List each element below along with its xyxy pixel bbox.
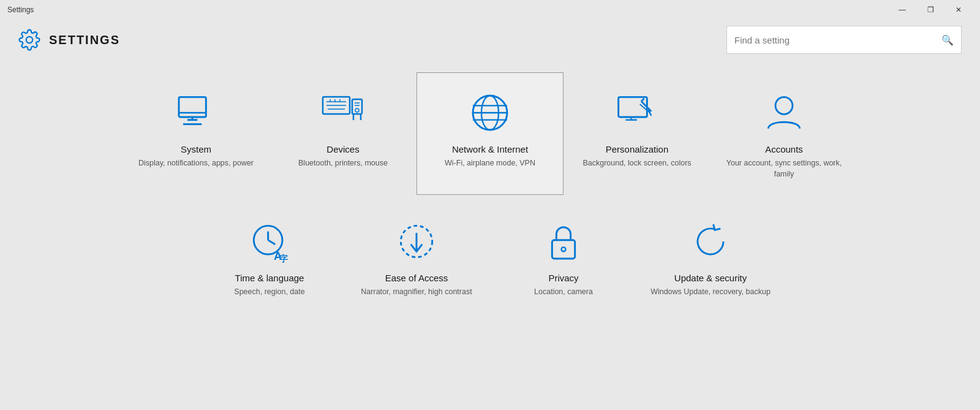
svg-point-0 (26, 37, 33, 44)
settings-main: System Display, notifications, apps, pow… (0, 60, 980, 342)
search-box[interactable]: 🔍 (726, 26, 962, 54)
title-bar-controls: — ❐ ✕ (888, 0, 973, 20)
system-name: System (181, 144, 211, 154)
setting-privacy[interactable]: Privacy Location, camera (490, 201, 637, 324)
personalization-name: Personalization (606, 144, 669, 154)
personalization-icon (616, 91, 658, 134)
setting-system[interactable]: System Display, notifications, apps, pow… (123, 72, 270, 195)
ease-name: Ease of Access (385, 273, 448, 283)
privacy-desc: Location, camera (534, 287, 593, 298)
app-title: SETTINGS (49, 33, 120, 47)
system-desc: Display, notifications, apps, power (138, 158, 254, 169)
time-desc: Speech, region, date (234, 287, 304, 298)
ease-desc: Narrator, magnifier, high contrast (361, 287, 472, 298)
settings-row-1: System Display, notifications, apps, pow… (37, 72, 943, 195)
system-icon (175, 91, 217, 134)
title-bar-label: Settings (7, 6, 34, 14)
settings-gear-icon (18, 29, 40, 51)
svg-rect-39 (552, 240, 575, 259)
search-input[interactable] (734, 35, 941, 45)
privacy-icon (542, 220, 585, 263)
minimize-button[interactable]: — (888, 0, 916, 20)
svg-line-28 (641, 99, 644, 102)
svg-line-34 (268, 240, 276, 245)
maximize-button[interactable]: ❐ (916, 0, 944, 20)
personalization-desc: Background, lock screen, colors (582, 158, 691, 169)
time-icon: A 字 (248, 220, 291, 263)
search-icon[interactable]: 🔍 (941, 34, 954, 46)
network-name: Network & Internet (452, 144, 528, 154)
accounts-icon (763, 91, 805, 134)
settings-row-2: A 字 Time & language Speech, region, date… (37, 201, 943, 324)
devices-desc: Bluetooth, printers, mouse (298, 158, 388, 169)
svg-point-31 (775, 97, 793, 114)
accounts-name: Accounts (765, 144, 803, 154)
title-bar: Settings — ❐ ✕ (0, 0, 980, 20)
header: SETTINGS 🔍 (0, 20, 980, 60)
svg-point-14 (355, 108, 359, 112)
update-name: Update & security (674, 273, 747, 283)
setting-time[interactable]: A 字 Time & language Speech, region, date (196, 201, 343, 324)
ease-icon (395, 220, 438, 263)
svg-rect-1 (179, 97, 206, 117)
setting-personalization[interactable]: Personalization Background, lock screen,… (564, 72, 710, 195)
time-name: Time & language (235, 273, 304, 283)
close-button[interactable]: ✕ (944, 0, 973, 20)
privacy-name: Privacy (548, 273, 578, 283)
setting-accounts[interactable]: Accounts Your account, sync settings, wo… (710, 72, 858, 195)
network-icon (469, 91, 511, 134)
setting-devices[interactable]: Devices Bluetooth, printers, mouse (270, 72, 417, 195)
update-icon (689, 220, 732, 263)
setting-ease[interactable]: Ease of Access Narrator, magnifier, high… (343, 201, 490, 324)
accounts-desc: Your account, sync settings, work, famil… (723, 158, 845, 180)
network-desc: Wi-Fi, airplane mode, VPN (445, 158, 535, 169)
svg-text:字: 字 (279, 254, 288, 263)
svg-point-40 (562, 247, 566, 251)
setting-update[interactable]: Update & security Windows Update, recove… (637, 201, 784, 324)
title-bar-left: Settings (7, 6, 34, 14)
setting-network[interactable]: Network & Internet Wi-Fi, airplane mode,… (417, 72, 564, 195)
devices-icon (322, 91, 364, 134)
update-desc: Windows Update, recovery, backup (650, 287, 771, 298)
devices-name: Devices (326, 144, 359, 154)
header-left: SETTINGS (18, 29, 120, 51)
